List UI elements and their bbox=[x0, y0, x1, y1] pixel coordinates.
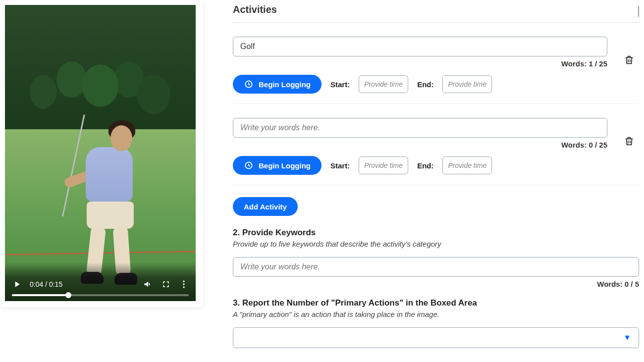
activity-row: Words: 0 / 25 Begin Logging Start: End: bbox=[233, 104, 639, 185]
svg-point-2 bbox=[183, 286, 184, 288]
word-count-label: Words: 0 / 5 bbox=[233, 280, 639, 288]
word-count-label: Words: 0 / 25 bbox=[233, 141, 607, 149]
end-time-input[interactable] bbox=[442, 75, 492, 93]
word-count-label: Words: 1 / 25 bbox=[233, 59, 607, 68]
activity-row: Words: 1 / 25 Begin Logging Start: End: bbox=[233, 23, 639, 104]
begin-logging-button[interactable]: Begin Logging bbox=[233, 156, 322, 175]
video-card: 0:04 / 0:15 bbox=[0, 0, 203, 307]
add-activity-button[interactable]: Add Activity bbox=[233, 197, 298, 216]
activity-text-input[interactable] bbox=[233, 37, 607, 56]
divider-icon bbox=[638, 6, 639, 17]
start-label: Start: bbox=[330, 161, 350, 170]
trash-icon bbox=[624, 136, 635, 149]
video-control-bar: 0:04 / 0:15 bbox=[5, 262, 196, 301]
begin-logging-button[interactable]: Begin Logging bbox=[233, 75, 322, 94]
activities-header: Activities bbox=[233, 0, 639, 23]
add-activity-label: Add Activity bbox=[244, 203, 287, 211]
volume-icon[interactable] bbox=[143, 279, 153, 289]
primary-actions-title: 3. Report the Number of "Primary Actions… bbox=[233, 298, 639, 308]
primary-actions-section: 3. Report the Number of "Primary Actions… bbox=[233, 298, 639, 348]
activity-text-input[interactable] bbox=[233, 118, 607, 138]
keywords-title: 2. Provide Keywords bbox=[233, 228, 639, 238]
form-panel: Activities Words: 1 / 25 Begin Logging S… bbox=[208, 0, 644, 362]
start-time-input[interactable] bbox=[359, 156, 408, 174]
begin-logging-label: Begin Logging bbox=[259, 80, 311, 89]
activities-title: Activities bbox=[233, 0, 277, 22]
clock-icon bbox=[244, 79, 254, 89]
clock-icon bbox=[244, 160, 254, 170]
video-progress[interactable] bbox=[12, 294, 189, 296]
keywords-input[interactable] bbox=[233, 257, 639, 277]
fullscreen-icon[interactable] bbox=[161, 279, 171, 289]
start-label: Start: bbox=[330, 80, 350, 89]
begin-logging-label: Begin Logging bbox=[259, 161, 311, 170]
svg-point-0 bbox=[183, 281, 184, 282]
more-icon[interactable] bbox=[179, 279, 189, 289]
video-panel: 0:04 / 0:15 bbox=[0, 0, 208, 362]
end-label: End: bbox=[417, 80, 433, 89]
keywords-desc: Provide up to five keywords that describ… bbox=[233, 240, 639, 248]
start-time-input[interactable] bbox=[359, 75, 408, 93]
trash-icon bbox=[624, 54, 635, 67]
primary-actions-select[interactable] bbox=[233, 327, 639, 348]
video-time: 0:04 / 0:15 bbox=[30, 280, 62, 288]
end-label: End: bbox=[417, 161, 433, 170]
play-icon[interactable] bbox=[12, 279, 22, 289]
video-still bbox=[5, 5, 196, 301]
svg-point-1 bbox=[183, 283, 184, 285]
primary-actions-desc: A "primary action" is an action that is … bbox=[233, 310, 639, 318]
delete-activity-button[interactable] bbox=[619, 118, 639, 149]
delete-activity-button[interactable] bbox=[619, 37, 639, 67]
keywords-section: 2. Provide Keywords Provide up to five k… bbox=[233, 228, 639, 288]
end-time-input[interactable] bbox=[442, 156, 492, 174]
video-player[interactable]: 0:04 / 0:15 bbox=[5, 5, 196, 301]
